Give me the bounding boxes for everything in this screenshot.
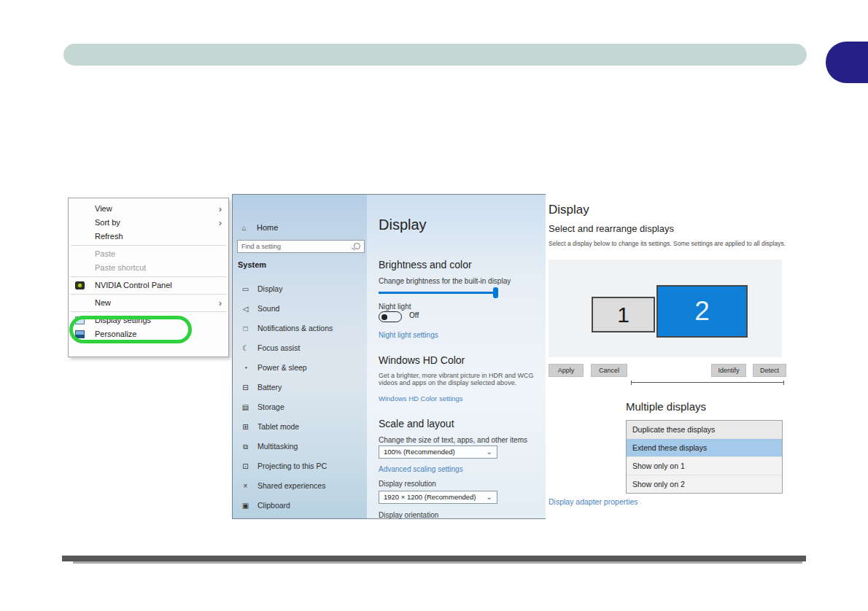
sidebar-item-notifications-actions[interactable]: □Notifications & actions <box>233 319 367 338</box>
power-sleep-icon: ◔ <box>240 358 251 378</box>
sidebar-item-clipboard[interactable]: ▣Clipboard <box>233 496 367 515</box>
sidebar-item-sound[interactable]: ◁Sound <box>233 299 367 319</box>
submenu-arrow-icon: › <box>219 216 222 230</box>
menu-separator <box>71 311 226 312</box>
resolution-label: Display resolution <box>379 480 436 488</box>
manual-page: View›Sort by›RefreshPastePaste shortcutN… <box>0 0 868 611</box>
battery-icon: ⊟ <box>240 378 251 397</box>
page-title: Display <box>379 217 427 233</box>
notifications-icon: □ <box>240 319 251 338</box>
display-settings-annotation-ring <box>69 316 192 343</box>
sound-icon: ◁ <box>240 299 251 319</box>
sidebar-item-label: Projecting to this PC <box>257 462 327 470</box>
sidebar-item-power-sleep[interactable]: ◔Power & sleep <box>233 358 367 378</box>
sidebar-item-label: Tablet mode <box>257 422 299 431</box>
menu-item-view[interactable]: View› <box>69 202 228 216</box>
sidebar-item-tablet-mode[interactable]: ⊞Tablet mode <box>233 417 367 437</box>
night-light-toggle-knob <box>381 314 387 320</box>
home-icon: ⌂ <box>239 222 249 235</box>
sidebar-item-label: Multitasking <box>257 442 298 451</box>
projecting-icon: ⊡ <box>240 456 251 476</box>
night-light-settings-link[interactable]: Night light settings <box>379 331 438 339</box>
menu-item-refresh[interactable]: Refresh <box>69 230 228 244</box>
monitor-1-label: 1 <box>617 303 629 327</box>
menu-item-paste-shortcut[interactable]: Paste shortcut <box>69 261 228 275</box>
brightness-label: Change brightness for the built-in displ… <box>379 277 511 285</box>
sidebar-item-label: Storage <box>257 402 284 411</box>
scale-label: Change the size of text, apps, and other… <box>379 436 527 444</box>
advanced-scaling-link[interactable]: Advanced scaling settings <box>379 465 463 473</box>
scale-select[interactable]: 100% (Recommended) ⌄ <box>379 445 497 459</box>
chapter-tab <box>826 42 868 83</box>
sidebar-item-battery[interactable]: ⊟Battery <box>233 378 367 397</box>
menu-separator <box>71 276 226 277</box>
brightness-slider-knob[interactable] <box>493 287 498 298</box>
display-panel-title: Display <box>549 203 589 217</box>
sidebar-item-label: Battery <box>257 383 282 392</box>
sidebar-item-label: Focus assist <box>257 343 300 352</box>
sidebar-item-display[interactable]: ▭Display <box>233 279 367 299</box>
nvidia-icon <box>75 281 85 289</box>
storage-icon: ▤ <box>240 397 251 417</box>
search-input[interactable]: Find a setting <box>237 240 365 253</box>
settings-window: Settings ⌂Home Find a setting System ▭Di… <box>232 194 546 519</box>
scale-select-value: 100% (Recommended) <box>384 448 455 456</box>
orientation-label: Display orientation <box>379 511 438 519</box>
multiple-displays-heading: Multiple displays <box>626 400 706 413</box>
hd-color-settings-link[interactable]: Windows HD Color settings <box>379 394 463 402</box>
sidebar-item-home[interactable]: ⌂Home <box>239 221 278 234</box>
menu-item-label: Refresh <box>95 232 123 241</box>
footer-rule-dark <box>62 556 806 561</box>
chevron-down-icon: ⌄ <box>487 446 492 458</box>
menu-separator <box>71 294 226 295</box>
dropdown-option-extend-these-displays[interactable]: Extend these displays <box>627 439 782 457</box>
scale-heading: Scale and layout <box>379 418 454 429</box>
monitor-1[interactable]: 1 <box>592 297 655 332</box>
page-header-bar <box>63 44 807 66</box>
focus-assist-icon: ☾ <box>240 338 251 358</box>
brightness-slider[interactable] <box>379 292 497 294</box>
resolution-select[interactable]: 1920 × 1200 (Recommended) ⌄ <box>379 491 497 504</box>
menu-item-label: View <box>95 204 112 213</box>
menu-item-new[interactable]: New› <box>69 296 228 310</box>
shared-experiences-icon: × <box>240 476 251 496</box>
monitor-2-label: 2 <box>694 296 710 327</box>
submenu-arrow-icon: › <box>219 202 222 216</box>
cancel-button[interactable]: Cancel <box>591 364 627 377</box>
settings-main-panel: Display Brightness and color Change brig… <box>367 195 546 518</box>
sidebar-item-label: Shared experiences <box>257 481 325 490</box>
sidebar-item-shared-experiences[interactable]: ×Shared experiences <box>233 476 367 496</box>
menu-item-label: Paste shortcut <box>95 263 146 272</box>
multitasking-icon: ⧉ <box>240 437 251 456</box>
dropdown-option-show-only-on-2[interactable]: Show only on 2 <box>627 475 782 493</box>
settings-sidebar: ⌂Home Find a setting System ▭Display◁Sou… <box>233 195 367 518</box>
sidebar-item-label: Display <box>257 284 282 293</box>
dropdown-option-show-only-on-1[interactable]: Show only on 1 <box>627 457 782 475</box>
sidebar-item-multitasking[interactable]: ⧉Multitasking <box>233 437 367 456</box>
menu-item-label: Paste <box>95 249 115 258</box>
multiple-displays-dropdown: Duplicate these displaysExtend these dis… <box>626 420 783 494</box>
night-light-toggle[interactable] <box>379 311 402 322</box>
tablet-mode-icon: ⊞ <box>240 417 251 437</box>
menu-item-nvidia-control-panel[interactable]: NVIDIA Control Panel <box>69 279 228 292</box>
search-icon <box>354 243 360 249</box>
sidebar-item-focus-assist[interactable]: ☾Focus assist <box>233 338 367 358</box>
resolution-select-value: 1920 × 1200 (Recommended) <box>384 493 476 501</box>
search-placeholder: Find a setting <box>241 243 281 250</box>
night-light-label: Night light <box>379 303 411 311</box>
dropdown-option-duplicate-these-displays[interactable]: Duplicate these displays <box>627 421 782 439</box>
detect-button[interactable]: Detect <box>753 364 786 377</box>
sidebar-home-label: Home <box>257 223 278 232</box>
menu-item-label: NVIDIA Control Panel <box>95 281 172 289</box>
sidebar-item-projecting-to-this-pc[interactable]: ⊡Projecting to this PC <box>233 456 367 476</box>
menu-item-paste[interactable]: Paste <box>69 247 228 261</box>
display-adapter-properties-link[interactable]: Display adapter properties <box>549 497 638 506</box>
monitor-2[interactable]: 2 <box>656 285 748 338</box>
sidebar-item-storage[interactable]: ▤Storage <box>233 397 367 417</box>
identify-button[interactable]: Identify <box>711 364 746 377</box>
apply-button[interactable]: Apply <box>549 364 584 377</box>
sidebar-section-label: System <box>238 260 266 269</box>
sidebar-item-label: Clipboard <box>257 501 290 510</box>
display-panel: Display Select and rearrange displays Se… <box>546 195 802 525</box>
menu-item-sort-by[interactable]: Sort by› <box>69 216 228 230</box>
